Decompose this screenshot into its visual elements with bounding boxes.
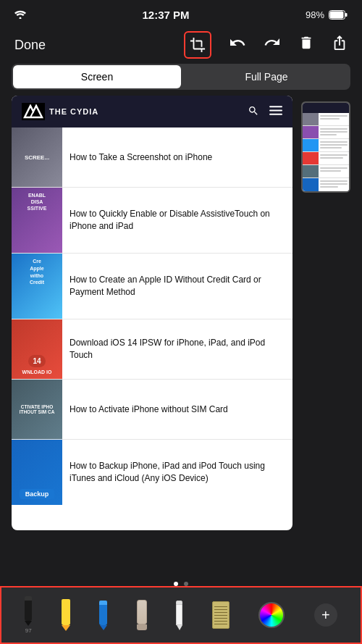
article-list: SCREE... How to Take a Screenshot on iPh… [12,127,292,505]
tool-add-button[interactable]: + [314,603,337,627]
article-text-2: How to Quickly Enable or Disable Assisti… [62,188,292,253]
status-right: 98% [306,9,348,20]
article-text-4: Download iOS 14 IPSW for iPhone, iPad, a… [62,319,292,379]
toolbar-icons [184,31,348,59]
article-thumb-1: SCREE... [12,127,62,187]
undo-icon [229,34,246,51]
svg-rect-2 [329,11,343,18]
svg-rect-8 [269,113,282,114]
article-text-5: How to Activate iPhone without SIM Card [62,380,292,439]
article-title-1: How to Take a Screenshot on iPhone [70,151,212,164]
tab-fullpage[interactable]: Full Page [182,64,350,90]
article-title-3: How to Create an Apple ID Without Credit… [70,274,285,298]
article-text-6: How to Backup iPhone, iPad and iPod Touc… [62,440,292,505]
add-icon: + [314,603,337,627]
logo-icon [22,103,45,120]
svg-rect-3 [345,13,348,17]
wifi-icon [14,10,26,19]
status-bar: 12:37 PM 98% [0,0,362,26]
article-thumb-3: CreApplewithoCredit [12,254,62,319]
undo-button[interactable] [229,34,246,56]
article-thumb-6: Backup [12,440,62,505]
redo-icon [264,34,281,51]
toolbar: Done [0,26,362,64]
article-title-5: How to Activate iPhone without SIM Card [70,403,228,416]
article-thumb-4: 14 WNLOAD IO [12,319,62,379]
tab-bar: Screen Full Page [12,64,350,90]
thumb-mini-row [303,139,349,152]
share-icon [332,34,348,51]
article-item: Backup How to Backup iPhone, iPad and iP… [12,440,292,505]
redo-button[interactable] [264,34,281,56]
article-text-1: How to Take a Screenshot on iPhone [62,127,292,187]
article-item: ENABLDISASSITIVE How to Quickly Enable o… [12,188,292,254]
content-area: THE CYDIA [12,96,350,530]
tab-screen[interactable]: Screen [13,65,181,88]
battery-percent: 98% [306,9,324,20]
menu-icon [269,106,282,118]
article-title-6: How to Backup iPhone, iPad and iPod Touc… [70,460,285,485]
article-text-3: How to Create an Apple ID Without Credit… [62,254,292,319]
tool-ruler[interactable] [212,601,230,629]
thumb-mini-row [303,126,349,139]
tool-marker-blue[interactable] [99,601,107,630]
article-item: CTIVATE IPHOITHOUT SIM CA How to Activat… [12,380,292,440]
battery-icon [329,10,348,20]
article-item: 14 WNLOAD IO Download iOS 14 IPSW for iP… [12,319,292,380]
screenshot-preview: THE CYDIA [12,96,292,530]
site-logo: THE CYDIA [22,103,98,120]
article-thumb-5: CTIVATE IPHOITHOUT SIM CA [12,380,62,439]
screenshot-thumbnail[interactable] [301,101,350,193]
svg-rect-6 [269,106,282,107]
tool-marker-black[interactable]: 97 [25,596,32,634]
thumb-mini-row [303,113,349,126]
tool-color-picker[interactable] [258,602,285,628]
thumb-mini-row [303,152,349,165]
delete-button[interactable] [298,34,314,56]
status-left [14,10,26,19]
color-wheel [258,602,285,628]
article-title-4: Download iOS 14 IPSW for iPhone, iPad, a… [70,337,285,361]
markup-toolbar: 97 [0,586,362,644]
crop-button[interactable] [184,31,211,59]
svg-point-0 [20,17,22,20]
tool-eraser[interactable] [137,600,147,630]
tool-marker-yellow[interactable] [62,599,70,631]
thumb-mini-row [303,178,349,191]
status-time: 12:37 PM [142,9,189,21]
trash-icon [298,34,314,51]
done-button[interactable]: Done [14,38,46,53]
tool-pen-white[interactable] [176,601,182,630]
article-title-2: How to Quickly Enable or Disable Assisti… [70,208,285,233]
article-item: CreApplewithoCredit How to Create an App… [12,254,292,319]
search-icon [248,105,259,119]
site-header-icons [248,105,282,119]
thumb-mini-list [303,113,349,191]
crop-icon [190,37,206,53]
article-thumb-2: ENABLDISASSITIVE [12,188,62,253]
svg-rect-7 [269,109,282,111]
thumb-mini-row [303,165,349,178]
site-header: THE CYDIA [12,96,292,127]
thumb-mini-header [303,103,349,113]
share-button[interactable] [332,34,348,56]
site-name: THE CYDIA [49,107,98,116]
article-item: SCREE... How to Take a Screenshot on iPh… [12,127,292,188]
